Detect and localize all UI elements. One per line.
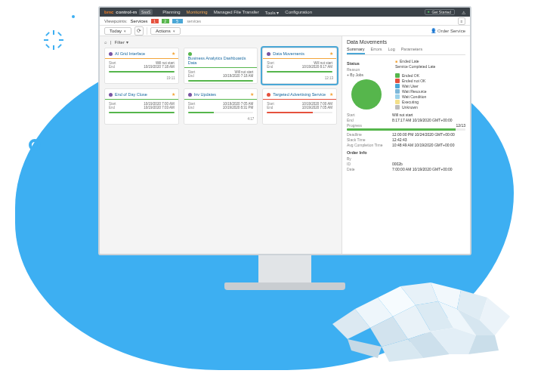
legend-swatch bbox=[395, 79, 400, 83]
legend-label: Unknown bbox=[402, 105, 418, 110]
order-service-link[interactable]: 👤 Order Service bbox=[431, 28, 465, 33]
card-title: AI Grid Interface bbox=[115, 51, 145, 56]
decorative-cloud bbox=[325, 256, 521, 369]
service-card[interactable]: End of Day CloseStart10/19/2020 7:00 AME… bbox=[104, 88, 179, 125]
reason-value: Service Completed Late bbox=[395, 64, 435, 69]
app-screen: bmc control-m SaaS Planning Monitoring M… bbox=[98, 6, 471, 255]
card-title: Data Movements bbox=[273, 51, 304, 56]
panel-toggle-icon[interactable]: ≡ bbox=[458, 17, 465, 25]
nav-mft[interactable]: Managed File Transfer bbox=[214, 10, 259, 15]
card-divider bbox=[263, 99, 336, 100]
status-pie-chart bbox=[351, 79, 382, 110]
filter-bar: ⌕ | Filter ▾ bbox=[104, 39, 337, 45]
service-card[interactable]: AI Grid InterfaceStartWill not startEnd1… bbox=[104, 48, 179, 84]
brand-logo: bmc bbox=[104, 10, 113, 14]
card-end-value: 10/19/2020 7:18 AM bbox=[144, 65, 174, 69]
svg-marker-12 bbox=[348, 339, 382, 358]
by-jobs-toggle[interactable]: + By Jobs bbox=[347, 73, 392, 77]
services-suffix: services bbox=[187, 19, 201, 23]
card-end-label: End bbox=[109, 106, 115, 110]
filter-dropdown[interactable]: Filter ▾ bbox=[115, 39, 128, 45]
progress-label: Progress bbox=[347, 123, 392, 128]
legend-swatch bbox=[395, 94, 400, 99]
legend-label: Ended not OK bbox=[402, 79, 425, 83]
slack-value: 12:42:43 bbox=[392, 137, 465, 142]
legend-swatch bbox=[395, 105, 400, 110]
legend-item: Ended not OK bbox=[395, 79, 465, 83]
legend-item: Wait Resource bbox=[395, 89, 465, 94]
service-card[interactable]: Business Analytics Dashboards DataStartW… bbox=[184, 48, 258, 84]
legend-item: Executing bbox=[395, 100, 465, 104]
nav-tools[interactable]: Tools ▾ bbox=[265, 10, 280, 15]
card-end-label: End bbox=[267, 65, 273, 69]
services-count-blue[interactable]: 5 bbox=[172, 19, 183, 23]
services-count-red[interactable]: 1 bbox=[151, 19, 159, 23]
order-date-value: 7:00:00 AM 10/19/2020 GMT+00:00 bbox=[392, 167, 465, 171]
main-toolbar: Today ⟳ Actions 👤 Order Service bbox=[100, 26, 470, 36]
content-area: ⌕ | Filter ▾ AI Grid InterfaceStartWill … bbox=[100, 36, 470, 254]
date-dropdown[interactable]: Today bbox=[104, 27, 131, 35]
order-date-label: Date bbox=[347, 167, 392, 171]
slack-label: Slack Time bbox=[347, 137, 392, 142]
legend-item: Ended OK bbox=[395, 73, 465, 78]
status-dot-icon bbox=[188, 93, 192, 97]
service-card[interactable]: Inv UpdatesStart10/19/2020 7:05 AMEnd10/… bbox=[184, 88, 258, 125]
get-started-button[interactable]: Get Started bbox=[425, 9, 455, 15]
viewpoints-label: Viewpoints: bbox=[104, 19, 128, 23]
status-label: Status bbox=[347, 61, 392, 66]
decorative-ring bbox=[29, 139, 41, 151]
panel-tabs: Summary Errors Log Parameters bbox=[347, 47, 465, 55]
card-clock: 12:13 bbox=[325, 76, 333, 80]
avg-value: 10:48:49 AM 10/19/2020 GMT+00:00 bbox=[392, 143, 465, 147]
actions-dropdown[interactable]: Actions bbox=[150, 27, 181, 35]
brand-bar: bmc control-m SaaS Planning Monitoring M… bbox=[100, 8, 470, 17]
card-divider bbox=[105, 58, 178, 59]
legend-swatch bbox=[395, 84, 400, 88]
tab-errors[interactable]: Errors bbox=[371, 47, 382, 54]
service-card[interactable]: Data MovementsStartWill not startEnd10/1… bbox=[262, 48, 337, 84]
service-card[interactable]: Targeted Advertising ServiceStart10/19/2… bbox=[262, 88, 337, 125]
end-label: End bbox=[347, 118, 392, 122]
cards-pane: ⌕ | Filter ▾ AI Grid InterfaceStartWill … bbox=[100, 36, 342, 254]
tab-summary[interactable]: Summary bbox=[347, 47, 365, 54]
nav-monitoring[interactable]: Monitoring bbox=[187, 10, 208, 15]
nav-configuration[interactable]: Configuration bbox=[285, 10, 312, 15]
start-value: Will not start bbox=[392, 113, 465, 117]
alerts-icon[interactable]: ⚠︎ bbox=[462, 10, 465, 15]
card-divider bbox=[184, 67, 258, 68]
monitor-stand-neck bbox=[258, 255, 311, 282]
legend-item: Unknown bbox=[395, 105, 465, 110]
search-icon[interactable]: ⌕ bbox=[104, 40, 107, 45]
legend-item: Wait Condition bbox=[395, 94, 465, 99]
avg-label: Avg Completion Time bbox=[347, 143, 392, 147]
legend-swatch bbox=[395, 89, 400, 94]
legend-swatch bbox=[395, 100, 400, 104]
status-dot-icon bbox=[267, 52, 270, 56]
viewpoints-bar: Viewpoints: Services 1 2 5 services ≡ bbox=[100, 17, 470, 26]
reason-label: Reason bbox=[347, 67, 392, 72]
decorative-star bbox=[44, 32, 63, 51]
card-progress-bar bbox=[188, 112, 254, 113]
services-count-green[interactable]: 2 bbox=[162, 19, 169, 23]
deadline-label: Deadline bbox=[347, 132, 392, 137]
nav-planning[interactable]: Planning bbox=[162, 10, 180, 15]
brand-saas-badge: SaaS bbox=[139, 9, 153, 15]
details-panel: Data Movements Summary Errors Log Parame… bbox=[342, 36, 470, 254]
tab-log[interactable]: Log bbox=[388, 47, 395, 54]
top-nav: Planning Monitoring Managed File Transfe… bbox=[162, 10, 312, 15]
legend-swatch bbox=[395, 73, 400, 78]
card-title: Targeted Advertising Service bbox=[273, 92, 326, 97]
progress-value: 12/13 bbox=[392, 123, 465, 128]
card-end-value: 10/19/2020 7:03 AM bbox=[144, 106, 174, 110]
legend-label: Wait Condition bbox=[402, 94, 426, 99]
status-legend: Ended OKEnded not OKWait UserWait Resour… bbox=[395, 73, 465, 110]
refresh-icon[interactable]: ⟳ bbox=[134, 26, 144, 35]
services-label[interactable]: Services bbox=[131, 19, 148, 23]
status-dot-icon bbox=[109, 93, 113, 97]
tab-parameters[interactable]: Parameters bbox=[401, 47, 422, 54]
card-end-value: 10/19/2020 7:18 AM bbox=[223, 74, 253, 78]
status-value: Ended Late bbox=[400, 59, 419, 63]
card-end-value: 10/19/2020 8:17 AM bbox=[302, 65, 332, 69]
order-id-label: ID bbox=[347, 162, 392, 166]
progress-bar bbox=[347, 128, 465, 131]
